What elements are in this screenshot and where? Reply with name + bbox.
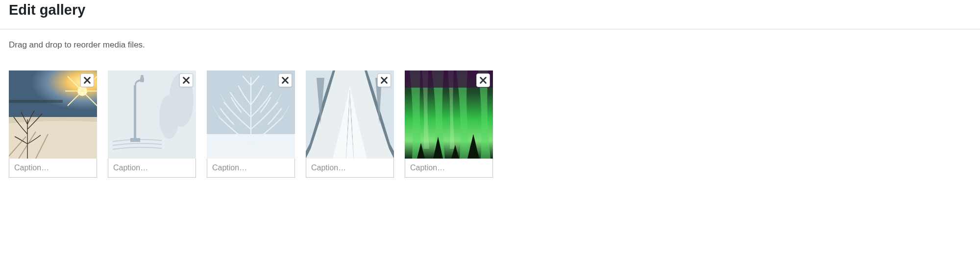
gallery-thumbnail[interactable] bbox=[9, 70, 97, 159]
remove-button[interactable] bbox=[476, 73, 490, 87]
remove-button[interactable] bbox=[179, 73, 193, 87]
svg-rect-19 bbox=[130, 138, 140, 142]
remove-button[interactable] bbox=[80, 73, 94, 87]
remove-button[interactable] bbox=[377, 73, 391, 87]
svg-point-21 bbox=[159, 95, 179, 139]
caption-container bbox=[405, 159, 493, 178]
close-icon bbox=[281, 76, 290, 85]
caption-container bbox=[108, 159, 196, 178]
gallery-grid bbox=[0, 61, 980, 178]
caption-container bbox=[306, 159, 394, 178]
caption-input[interactable] bbox=[108, 159, 196, 177]
gallery-thumbnail[interactable] bbox=[108, 70, 196, 159]
gallery-item bbox=[306, 70, 394, 178]
caption-input[interactable] bbox=[405, 159, 492, 177]
gallery-thumbnail[interactable] bbox=[306, 70, 394, 159]
svg-point-18 bbox=[141, 75, 144, 78]
svg-rect-17 bbox=[140, 77, 144, 82]
gallery-header: Edit gallery bbox=[0, 0, 980, 29]
caption-input[interactable] bbox=[9, 159, 97, 177]
svg-rect-13 bbox=[9, 100, 63, 103]
close-icon bbox=[182, 76, 191, 85]
remove-button[interactable] bbox=[278, 73, 292, 87]
caption-container bbox=[207, 159, 295, 178]
gallery-thumbnail[interactable] bbox=[405, 70, 493, 159]
gallery-item bbox=[207, 70, 295, 178]
caption-container bbox=[9, 159, 97, 178]
gallery-item bbox=[9, 70, 97, 178]
gallery-item bbox=[405, 70, 493, 178]
svg-rect-16 bbox=[134, 85, 136, 139]
close-icon bbox=[479, 76, 488, 85]
page-title: Edit gallery bbox=[9, 0, 971, 20]
close-icon bbox=[83, 76, 92, 85]
gallery-item bbox=[108, 70, 196, 178]
caption-input[interactable] bbox=[306, 159, 393, 177]
gallery-thumbnail[interactable] bbox=[207, 70, 295, 159]
instructions-text: Drag and drop to reorder media files. bbox=[0, 29, 980, 61]
caption-input[interactable] bbox=[207, 159, 294, 177]
close-icon bbox=[380, 76, 389, 85]
